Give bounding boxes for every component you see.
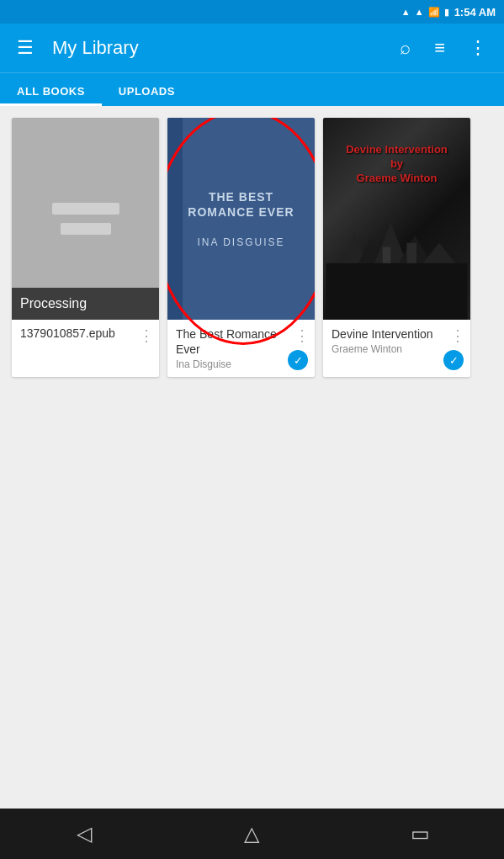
menu-icon[interactable]: ☰	[12, 32, 39, 64]
processing-label: Processing	[12, 288, 159, 320]
more-icon-book1[interactable]: ⋮	[139, 326, 154, 345]
romance-cover-author: INA DISGUISE	[197, 236, 284, 248]
warning-icon: ▲	[415, 7, 424, 17]
devine-cover-text: Devine InterventionbyGraeme Winton	[340, 143, 454, 186]
status-bar: ▲ ▲ 📶 ▮ 1:54 AM	[0, 0, 504, 24]
book-card-romance[interactable]: THE BESTROMANCE EVER INA DISGUISE The Be…	[167, 118, 315, 377]
back-button[interactable]: ◁	[59, 817, 109, 851]
book-info-devine: Devine Intervention Graeme Winton ⋮ ✓	[323, 320, 470, 377]
svg-rect-7	[407, 243, 417, 263]
search-icon[interactable]: ⌕	[395, 32, 416, 64]
svg-marker-5	[423, 243, 455, 263]
romance-cover-title: THE BESTROMANCE EVER	[188, 189, 294, 220]
book-title-romance: The Best Romance Ever	[176, 326, 306, 357]
book-cover-processing: Processing	[12, 118, 159, 320]
nav-bar: ◁ △ ▭	[0, 809, 504, 859]
book-cover-devine: Devine InterventionbyGraeme Winton	[323, 118, 470, 320]
books-grid: Processing 1379010857.epub ⋮ THE BESTROM…	[12, 118, 492, 377]
cover-line-2	[61, 223, 111, 235]
book-author-romance: Ina Disguise	[176, 358, 306, 370]
book-author-devine: Graeme Winton	[332, 343, 462, 355]
home-icon: △	[244, 822, 259, 846]
recents-button[interactable]: ▭	[395, 817, 445, 851]
content-area: Processing 1379010857.epub ⋮ THE BESTROM…	[0, 106, 504, 809]
svg-rect-0	[326, 263, 468, 320]
battery-icon: ▮	[444, 7, 449, 18]
recents-icon: ▭	[411, 822, 430, 846]
book-card-processing[interactable]: Processing 1379010857.epub ⋮	[12, 118, 159, 377]
book-title-devine: Devine Intervention	[332, 326, 462, 342]
tabs-bar: ALL BOOKS UPLOADS	[0, 72, 504, 106]
tab-all-books[interactable]: ALL BOOKS	[0, 73, 102, 106]
home-button[interactable]: △	[226, 817, 277, 851]
more-icon-book2[interactable]: ⋮	[294, 326, 310, 345]
book-info-romance: The Best Romance Ever Ina Disguise ⋮ ✓	[167, 320, 315, 377]
app-bar: ☰ My Library ⌕ ≡ ⋮	[0, 24, 504, 72]
devine-overlay: Devine InterventionbyGraeme Winton	[340, 143, 454, 186]
cover-line-1	[52, 203, 119, 215]
status-icons: ▲ ▲ 📶 ▮	[401, 7, 449, 18]
tab-uploads[interactable]: UPLOADS	[102, 73, 192, 106]
filter-icon[interactable]: ≡	[429, 32, 450, 64]
devine-svg	[323, 199, 470, 320]
book-cover-romance: THE BESTROMANCE EVER INA DISGUISE	[167, 118, 315, 320]
back-icon: ◁	[77, 822, 92, 846]
more-icon-book3[interactable]: ⋮	[450, 326, 465, 345]
download-badge-devine[interactable]: ✓	[443, 350, 464, 370]
notification-icon: ▲	[401, 7, 411, 17]
svg-rect-6	[383, 247, 391, 263]
book-filename: 1379010857.epub	[20, 326, 151, 340]
signal-icon: 📶	[428, 7, 440, 18]
more-options-icon[interactable]: ⋮	[464, 32, 492, 64]
book-info-processing: 1379010857.epub ⋮	[12, 320, 159, 377]
app-title: My Library	[52, 37, 381, 59]
book-card-devine[interactable]: Devine InterventionbyGraeme Winton Devin…	[323, 118, 470, 377]
status-time: 1:54 AM	[454, 6, 496, 19]
